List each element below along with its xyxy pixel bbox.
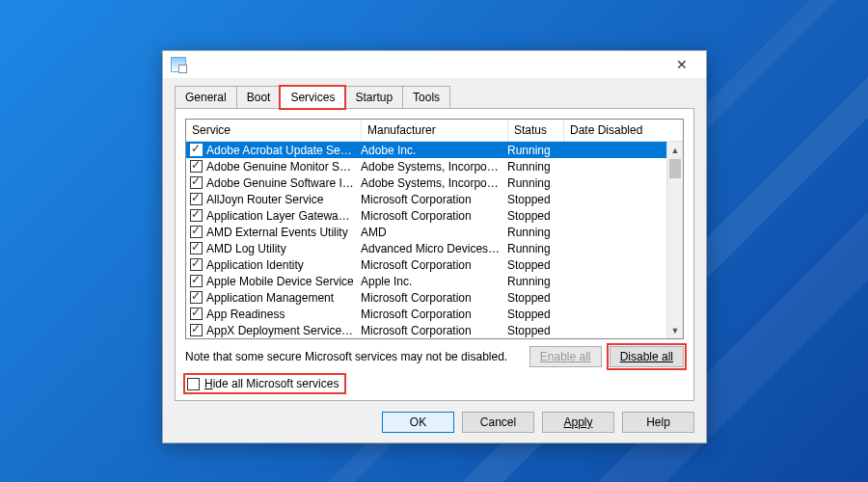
cell-manufacturer: Apple Inc. [361,275,507,288]
cell-status: Stopped [507,209,563,223]
close-button[interactable]: ✕ [662,51,702,78]
cell-manufacturer: Microsoft Corporation [361,324,507,337]
cell-manufacturer: Adobe Systems, Incorpora... [361,160,507,174]
listview-body: Adobe Acrobat Update ServiceAdobe Inc.Ru… [186,142,683,338]
table-row[interactable]: AppX Deployment Service (AppX...Microsof… [186,322,683,338]
cell-service: Application Identity [206,258,361,272]
table-row[interactable]: Adobe Acrobat Update ServiceAdobe Inc.Ru… [186,142,683,158]
cell-status: Stopped [507,324,563,337]
hide-microsoft-services-checkbox[interactable] [187,378,200,390]
scroll-up-icon[interactable]: ▲ [667,142,683,158]
cell-status: Running [507,160,563,174]
tab-strip: GeneralBootServicesStartupTools [163,78,706,109]
scroll-down-icon[interactable]: ▼ [667,322,683,338]
table-row[interactable]: Adobe Genuine Software Integri...Adobe S… [186,174,683,191]
tab-tools[interactable]: Tools [402,86,450,109]
tab-startup[interactable]: Startup [344,86,403,109]
cell-service: Apple Mobile Device Service [206,275,361,288]
cell-status: Stopped [507,291,563,305]
table-row[interactable]: Application IdentityMicrosoft Corporatio… [186,256,683,273]
table-row[interactable]: AMD External Events UtilityAMDRunning [186,224,683,240]
cell-status: Stopped [507,193,563,206]
row-checkbox[interactable] [190,160,203,173]
listview-header: Service Manufacturer Status Date Disable… [186,120,683,142]
cell-manufacturer: AMD [361,226,507,239]
cell-manufacturer: Adobe Systems, Incorpora... [361,176,507,190]
cell-status: Running [507,226,563,239]
row-checkbox[interactable] [190,193,203,205]
disable-all-button[interactable]: Disable all [610,346,684,367]
row-checkbox[interactable] [190,258,203,271]
tab-services[interactable]: Services [280,86,345,109]
row-checkbox[interactable] [190,275,203,287]
cell-status: Stopped [507,258,563,272]
hide-microsoft-services-highlight: Hide all Microsoft services [185,375,344,392]
secure-services-note: Note that some secure Microsoft services… [185,350,507,363]
tab-general[interactable]: General [175,86,237,109]
ok-button[interactable]: OK [382,412,454,433]
cell-service: AMD Log Utility [206,242,361,255]
vertical-scrollbar[interactable]: ▲ ▼ [666,142,683,338]
cell-manufacturer: Advanced Micro Devices, I... [361,242,507,255]
table-row[interactable]: Adobe Genuine Monitor ServiceAdobe Syste… [186,158,683,174]
table-row[interactable]: Apple Mobile Device ServiceApple Inc.Run… [186,273,683,289]
cell-manufacturer: Adobe Inc. [361,144,507,157]
app-icon [171,57,186,72]
row-checkbox[interactable] [190,176,203,189]
cell-status: Running [507,144,563,157]
col-manufacturer[interactable]: Manufacturer [362,120,508,141]
cell-service: Adobe Genuine Software Integri... [206,176,361,190]
row-checkbox[interactable] [190,324,203,336]
help-button[interactable]: Help [622,412,694,433]
hide-microsoft-services-label[interactable]: Hide all Microsoft services [204,377,339,390]
cancel-button[interactable]: Cancel [462,412,534,433]
row-checkbox[interactable] [190,291,203,304]
table-row[interactable]: App ReadinessMicrosoft CorporationStoppe… [186,306,683,322]
cell-service: AMD External Events Utility [206,226,361,239]
col-date-disabled[interactable]: Date Disabled [564,120,649,141]
close-icon: ✕ [676,57,688,72]
cell-service: Adobe Genuine Monitor Service [206,160,361,174]
scroll-thumb[interactable] [669,159,681,178]
table-row[interactable]: AMD Log UtilityAdvanced Micro Devices, I… [186,240,683,256]
cell-manufacturer: Microsoft Corporation [361,193,507,206]
row-checkbox[interactable] [190,209,203,222]
dialog-footer: OK Cancel Apply Help [163,412,706,444]
cell-manufacturer: Microsoft Corporation [361,291,507,305]
cell-manufacturer: Microsoft Corporation [361,209,507,223]
table-row[interactable]: Application ManagementMicrosoft Corporat… [186,289,683,306]
cell-status: Running [507,176,563,190]
cell-service: Adobe Acrobat Update Service [206,144,361,157]
titlebar: ✕ [163,51,706,78]
row-checkbox[interactable] [190,308,203,320]
cell-service: AllJoyn Router Service [206,193,361,206]
services-listview[interactable]: Service Manufacturer Status Date Disable… [185,119,684,339]
enable-all-button: Enable all [529,346,602,367]
cell-status: Running [507,275,563,288]
apply-button[interactable]: Apply [542,412,614,433]
table-row[interactable]: Application Layer Gateway ServiceMicroso… [186,207,683,224]
cell-manufacturer: Microsoft Corporation [361,258,507,272]
table-row[interactable]: AllJoyn Router ServiceMicrosoft Corporat… [186,191,683,207]
cell-status: Running [507,242,563,255]
cell-service: Application Management [206,291,361,305]
msconfig-dialog: ✕ GeneralBootServicesStartupTools Servic… [162,50,707,443]
cell-service: App Readiness [206,308,361,321]
cell-manufacturer: Microsoft Corporation [361,308,507,321]
col-status[interactable]: Status [508,120,564,141]
services-tab-pane: Service Manufacturer Status Date Disable… [175,108,694,401]
cell-status: Stopped [507,308,563,321]
row-checkbox[interactable] [190,226,203,238]
cell-service: AppX Deployment Service (AppX... [206,324,361,337]
row-checkbox[interactable] [190,242,203,254]
col-service[interactable]: Service [186,120,362,141]
tab-boot[interactable]: Boot [236,86,282,109]
row-checkbox[interactable] [190,144,203,156]
cell-service: Application Layer Gateway Service [206,209,361,223]
